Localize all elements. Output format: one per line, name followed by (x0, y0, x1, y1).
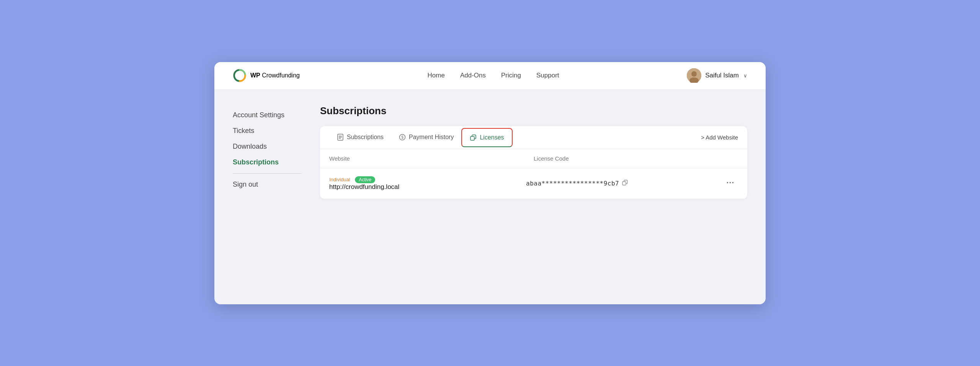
tab-subscriptions[interactable]: Subscriptions (329, 127, 391, 148)
tab-subscriptions-label: Subscriptions (347, 134, 384, 141)
table-header: Website License Code (320, 149, 747, 168)
user-menu[interactable]: Saiful Islam ∨ (687, 68, 747, 83)
more-options-icon[interactable]: ⋮ (723, 177, 738, 189)
content-area: Account Settings Tickets Downloads Subsc… (214, 90, 766, 304)
table-row: Individual Active http://crowdfunding.lo… (320, 168, 747, 199)
main-nav: Home Add-Ons Pricing Support (300, 72, 687, 79)
page-title: Subscriptions (320, 105, 747, 117)
svg-rect-10 (470, 136, 474, 140)
status-badge: Active (355, 176, 375, 183)
tab-licenses-label: Licenses (480, 134, 504, 141)
website-type-status: Individual Active (329, 176, 526, 183)
license-code: abaa****************9cb7 (526, 180, 619, 187)
tabs: Subscriptions $ Payment History (329, 127, 701, 148)
svg-rect-12 (622, 182, 626, 185)
logo-text: WP Crowdfunding (250, 72, 300, 79)
svg-point-1 (691, 71, 697, 77)
sidebar-item-downloads[interactable]: Downloads (233, 140, 302, 154)
subscriptions-card: Subscriptions $ Payment History (320, 126, 747, 199)
user-name: Saiful Islam (705, 72, 739, 79)
main-content: Subscriptions (320, 105, 747, 286)
nav-item-pricing[interactable]: Pricing (501, 72, 521, 79)
sidebar-item-subscriptions[interactable]: Subscriptions (233, 155, 302, 169)
nav-item-support[interactable]: Support (536, 72, 559, 79)
dollar-circle-icon: $ (399, 134, 406, 141)
tab-licenses[interactable]: Licenses (461, 128, 512, 147)
chevron-down-icon: ∨ (743, 73, 747, 79)
sidebar-divider (233, 173, 302, 174)
sidebar: Account Settings Tickets Downloads Subsc… (233, 105, 302, 286)
app-window: WP Crowdfunding Home Add-Ons Pricing Sup… (214, 62, 766, 304)
tab-payment-history-label: Payment History (409, 134, 454, 141)
sidebar-item-sign-out[interactable]: Sign out (233, 177, 302, 192)
copy-squares-icon (470, 134, 477, 141)
license-cell: abaa****************9cb7 (526, 180, 723, 187)
add-website-button[interactable]: > Add Website (701, 134, 738, 141)
avatar (687, 68, 701, 83)
col-license-header: License Code (534, 155, 738, 162)
website-cell: Individual Active http://crowdfunding.lo… (329, 176, 526, 191)
nav-item-home[interactable]: Home (428, 72, 445, 79)
nav-item-addons[interactable]: Add-Ons (460, 72, 486, 79)
sidebar-item-tickets[interactable]: Tickets (233, 124, 302, 138)
col-website-header: Website (329, 155, 534, 162)
website-type: Individual (329, 177, 350, 182)
tab-payment-history[interactable]: $ Payment History (391, 127, 461, 148)
sidebar-item-account-settings[interactable]: Account Settings (233, 108, 302, 122)
website-url: http://crowdfunding.local (329, 183, 526, 191)
logo-area[interactable]: WP Crowdfunding (233, 69, 300, 82)
logo-icon (233, 69, 247, 82)
header: WP Crowdfunding Home Add-Ons Pricing Sup… (214, 62, 766, 90)
doc-icon (337, 134, 344, 141)
copy-icon[interactable] (622, 180, 628, 187)
tabs-row: Subscriptions $ Payment History (320, 126, 747, 149)
svg-text:$: $ (401, 135, 403, 140)
